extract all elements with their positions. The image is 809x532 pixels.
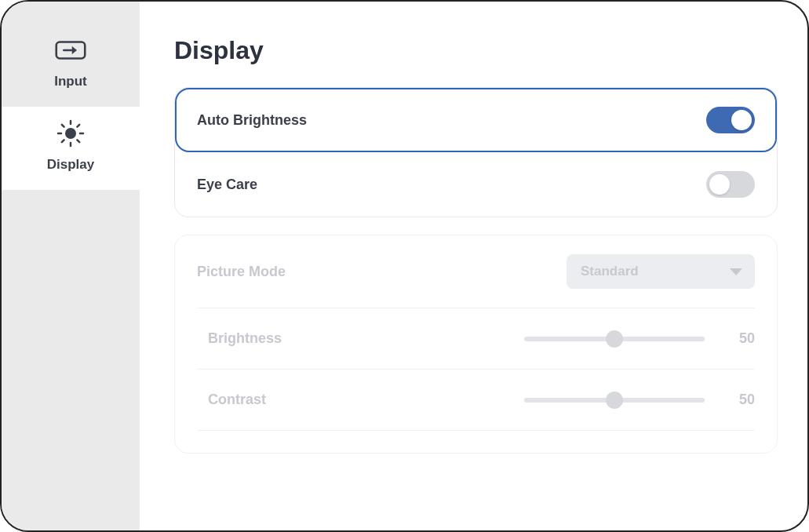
- brightness-value: 50: [727, 330, 755, 347]
- eye-care-row[interactable]: Eye Care: [175, 152, 777, 217]
- partial-row: [175, 431, 777, 453]
- main-content: Display Auto Brightness Eye Care Picture…: [140, 2, 807, 530]
- sidebar: Input Display: [2, 2, 140, 530]
- brightness-label: Brightness: [197, 330, 323, 347]
- svg-line-9: [77, 125, 79, 127]
- svg-line-8: [62, 140, 64, 142]
- sidebar-item-label: Input: [54, 74, 87, 89]
- sidebar-item-display[interactable]: Display: [2, 107, 140, 190]
- slider-thumb[interactable]: [606, 330, 623, 348]
- slider-thumb[interactable]: [606, 392, 623, 409]
- svg-point-1: [65, 128, 76, 139]
- picture-mode-label: Picture Mode: [197, 264, 286, 280]
- picture-card: Picture Mode Standard Brightness 50 Co: [174, 235, 778, 454]
- contrast-slider-wrap: 50: [338, 392, 755, 408]
- picture-mode-select[interactable]: Standard: [567, 254, 755, 289]
- auto-brightness-label: Auto Brightness: [197, 112, 307, 129]
- contrast-row: Contrast 50: [175, 370, 777, 430]
- sidebar-item-input[interactable]: Input: [2, 24, 140, 107]
- contrast-slider[interactable]: [524, 398, 705, 403]
- chevron-down-icon: [730, 268, 742, 275]
- page-title: Display: [174, 36, 778, 65]
- auto-brightness-toggle[interactable]: [706, 107, 755, 133]
- brightness-slider[interactable]: [524, 337, 705, 341]
- eye-care-toggle[interactable]: [706, 171, 755, 198]
- input-icon: [55, 38, 86, 63]
- svg-line-6: [62, 125, 64, 127]
- picture-mode-value: Standard: [581, 264, 639, 279]
- toggles-card: Auto Brightness Eye Care: [174, 87, 778, 217]
- brightness-slider-wrap: 50: [338, 330, 755, 347]
- eye-care-label: Eye Care: [197, 177, 257, 193]
- sidebar-item-label: Display: [47, 157, 94, 173]
- picture-mode-row: Picture Mode Standard: [175, 235, 777, 308]
- svg-line-7: [77, 140, 79, 142]
- brightness-row: Brightness 50: [175, 308, 777, 369]
- toggle-knob: [731, 110, 752, 130]
- contrast-label: Contrast: [197, 392, 323, 408]
- sun-icon: [55, 121, 86, 146]
- toggle-knob: [709, 174, 730, 195]
- auto-brightness-row[interactable]: Auto Brightness: [175, 88, 777, 152]
- device-frame: Input Display: [0, 0, 809, 532]
- contrast-value: 50: [727, 392, 755, 408]
